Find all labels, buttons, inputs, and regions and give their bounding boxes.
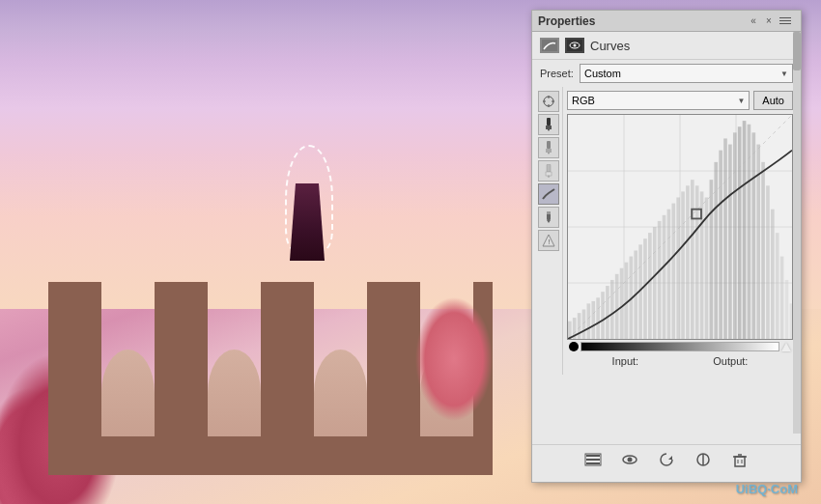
svg-point-3	[574, 44, 577, 47]
menu-line-3	[779, 23, 791, 24]
curves-label: Curves	[590, 39, 630, 53]
warning-button[interactable]: !	[538, 230, 559, 251]
svg-rect-50	[663, 215, 666, 339]
svg-rect-16	[546, 172, 552, 176]
channel-dropdown[interactable]: RGB ▼	[567, 91, 750, 110]
svg-rect-77	[790, 303, 792, 339]
pencil-draw-button[interactable]	[538, 207, 559, 228]
svg-rect-71	[761, 162, 765, 339]
layer-visibility-icon[interactable]	[565, 38, 584, 53]
preset-value: Custom	[584, 68, 621, 79]
curves-graph[interactable]	[567, 114, 793, 340]
panel-controls: « ×	[749, 14, 795, 28]
visibility-cycle-icon[interactable]	[619, 449, 640, 470]
curves-adjustment-icon	[540, 38, 559, 53]
svg-rect-56	[691, 180, 694, 339]
preset-dropdown[interactable]: Custom ▼	[580, 64, 793, 83]
svg-rect-32	[578, 313, 581, 339]
svg-rect-60	[710, 180, 714, 339]
collapse-button[interactable]: «	[749, 16, 758, 26]
svg-marker-19	[547, 220, 551, 223]
menu-line-2	[779, 20, 791, 21]
reset-icon[interactable]	[656, 449, 677, 470]
svg-rect-49	[658, 221, 662, 339]
gray-eyedropper-button[interactable]	[538, 137, 559, 158]
svg-rect-36	[596, 297, 600, 339]
channel-value: RGB	[572, 95, 595, 106]
svg-rect-40	[615, 274, 619, 339]
figure	[280, 145, 348, 261]
curves-header: Curves	[532, 32, 801, 60]
svg-rect-63	[723, 138, 727, 339]
bottom-toolbar	[532, 444, 801, 474]
channel-dropdown-arrow: ▼	[737, 97, 745, 105]
svg-rect-53	[676, 197, 680, 339]
properties-panel: Properties « × Curves	[531, 10, 802, 483]
io-row: Input: Output:	[567, 351, 793, 371]
svg-rect-33	[582, 309, 586, 339]
svg-text:!: !	[549, 238, 551, 245]
svg-marker-11	[548, 129, 550, 131]
preset-dropdown-arrow: ▼	[780, 70, 788, 78]
delete-icon[interactable]	[729, 449, 750, 470]
svg-rect-75	[780, 257, 784, 339]
layer-comp-icon[interactable]	[582, 449, 604, 470]
svg-marker-86	[668, 456, 672, 460]
black-eyedropper-button[interactable]	[538, 114, 559, 135]
panel-menu-button[interactable]	[779, 14, 795, 28]
panel-scrollbar[interactable]	[793, 32, 801, 434]
svg-rect-51	[667, 210, 671, 339]
svg-rect-55	[686, 185, 690, 339]
svg-rect-13	[546, 149, 552, 153]
svg-rect-35	[591, 301, 595, 339]
panel-titlebar: Properties « ×	[532, 11, 801, 32]
svg-rect-67	[743, 121, 747, 339]
foliage-right	[415, 282, 493, 427]
svg-rect-34	[587, 303, 591, 339]
svg-rect-52	[671, 204, 675, 339]
svg-rect-46	[643, 238, 647, 339]
preset-label: Preset:	[540, 68, 574, 79]
white-point-triangle[interactable]	[781, 343, 791, 351]
white-eyedropper-button[interactable]	[538, 160, 559, 182]
svg-rect-39	[610, 280, 614, 339]
scrollbar-thumb[interactable]	[793, 32, 801, 70]
svg-rect-30	[568, 322, 572, 339]
left-toolbar: !	[536, 87, 563, 375]
black-point-slider[interactable]	[569, 342, 579, 351]
svg-rect-9	[547, 118, 551, 126]
svg-rect-69	[751, 132, 755, 339]
svg-rect-80	[586, 455, 600, 457]
menu-line-1	[779, 17, 791, 18]
svg-rect-66	[738, 126, 742, 339]
clipping-mask-icon[interactable]	[693, 449, 714, 470]
svg-rect-41	[620, 268, 624, 339]
channel-row: RGB ▼ Auto	[567, 91, 793, 110]
watermark: UiBQ·CoM	[736, 482, 798, 496]
svg-marker-17	[548, 176, 550, 178]
svg-rect-64	[728, 145, 732, 339]
svg-rect-37	[601, 292, 605, 339]
output-label: Output:	[713, 355, 748, 367]
curves-svg	[568, 115, 792, 339]
svg-rect-74	[776, 233, 779, 339]
auto-label: Auto	[762, 95, 784, 106]
gradient-bar	[580, 342, 779, 351]
svg-rect-89	[735, 457, 745, 466]
curve-draw-button[interactable]	[538, 183, 559, 205]
svg-point-85	[628, 458, 633, 462]
svg-rect-12	[547, 141, 551, 149]
svg-rect-61	[714, 162, 718, 339]
svg-rect-15	[547, 164, 551, 172]
close-button[interactable]: ×	[764, 16, 774, 26]
svg-rect-81	[586, 459, 600, 461]
target-tool-button[interactable]	[538, 91, 559, 112]
svg-rect-47	[648, 233, 652, 339]
panel-title: Properties	[538, 14, 595, 28]
svg-rect-73	[771, 210, 775, 339]
preset-row: Preset: Custom ▼	[532, 60, 801, 87]
auto-button[interactable]: Auto	[753, 91, 793, 110]
svg-rect-62	[719, 151, 722, 339]
svg-rect-54	[681, 191, 685, 339]
curves-area: RGB ▼ Auto	[563, 87, 797, 375]
